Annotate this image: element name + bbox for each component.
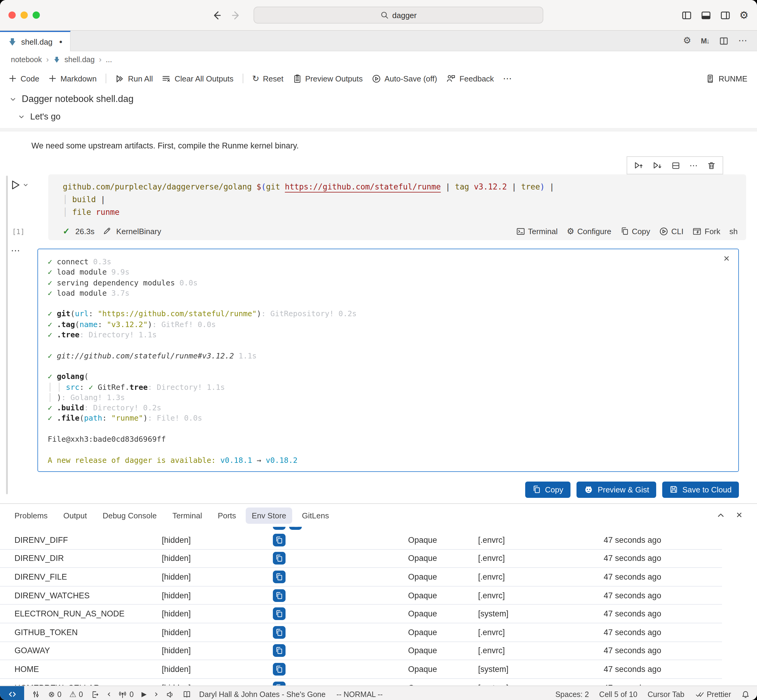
run-below-icon[interactable] [652,161,662,170]
play-icon[interactable]: ▶ [142,691,147,698]
run-cell-icon[interactable] [9,179,21,191]
speaker-icon[interactable] [166,690,174,698]
split-cell-icon[interactable] [671,161,680,170]
reveal-value-button[interactable] [273,527,286,530]
save-to-cloud-button[interactable]: Save to Cloud [663,481,739,498]
split-editor-icon[interactable] [719,36,729,45]
lyrics-book-icon[interactable] [182,690,191,699]
notebook-settings-gear-icon[interactable]: ⚙ [683,36,691,45]
remote-indicator[interactable] [0,686,24,700]
copy-value-button[interactable] [273,663,286,675]
cell-output[interactable]: ✕ ✓ connect 0.3s✓ load module 9.9s✓ serv… [38,248,739,472]
extension-status-icon[interactable] [31,690,41,699]
toggle-panel-icon[interactable] [701,10,711,20]
configure-action[interactable]: ⚙ Configure [566,227,611,236]
tab-env-store[interactable]: Env Store [246,507,292,523]
env-source: [.envrc] [478,628,505,637]
output-line: │ │ src: ✓ GitRef.tree: Directory! 1.1s [48,382,729,392]
previous-track-icon[interactable]: ‹ [107,690,111,699]
code-cell[interactable]: github.com/purpleclay/daggerverse/golang… [48,174,746,240]
close-output-icon[interactable]: ✕ [723,254,730,263]
feedback-button[interactable]: Feedback [446,73,494,83]
add-code-button[interactable]: Code [8,74,39,83]
output-console: ✓ connect 0.3s✓ load module 9.9s✓ servin… [48,256,729,465]
breadcrumb-file[interactable]: shell.dag [64,55,95,64]
env-value: [hidden] [162,572,191,581]
tab-terminal[interactable]: Terminal [172,511,202,520]
sign-out-icon[interactable] [91,690,99,698]
tab-ports[interactable]: Ports [217,511,236,520]
copy-value-button[interactable] [289,527,302,530]
copy-value-button[interactable] [273,589,286,602]
cli-action[interactable]: CLI [659,227,683,236]
maximize-panel-icon[interactable] [716,511,725,520]
broadcast-indicator[interactable]: 0 [119,690,134,698]
notebook-editor: Dagger notebook shell.dag Let's go We ne… [0,89,757,503]
tab-shell-dag[interactable]: shell.dag ● [0,31,71,51]
env-name: GOAWAY [14,646,50,655]
clear-all-outputs-button[interactable]: Clear All Outputs [162,74,234,83]
copy-value-button[interactable] [273,607,286,620]
execution-count: [1] [12,228,25,236]
bell-icon[interactable] [741,690,750,698]
run-all-button[interactable]: Run All [115,74,153,83]
terminal-action[interactable]: Terminal [516,227,557,236]
nav-forward-icon[interactable] [231,10,241,20]
more-actions-icon[interactable]: ⋯ [738,36,748,45]
fork-action[interactable]: Fork [693,227,721,236]
run-above-icon[interactable] [634,161,643,170]
copy-value-button[interactable] [273,644,286,657]
breadcrumb-notebook[interactable]: notebook [11,55,42,64]
copy-output-button[interactable]: Copy [525,481,571,498]
toggle-primary-sidebar-icon[interactable] [682,10,692,20]
add-markdown-button[interactable]: Markdown [48,74,97,83]
toolbar-more-icon[interactable]: ⋯ [503,74,512,83]
now-playing-track[interactable]: Daryl Hall & John Oates - She's Gone [199,690,326,698]
warnings-indicator[interactable]: ⚠ 0 [69,690,83,698]
layout-settings-gear-icon[interactable]: ⚙ [740,10,749,20]
copy-action[interactable]: Copy [620,227,650,236]
vim-mode-indicator[interactable]: -- NORMAL -- [336,690,383,698]
reset-button[interactable]: ↻ Reset [252,74,283,83]
prettier-indicator[interactable]: Prettier [694,690,731,698]
env-type: Opaque [408,572,437,581]
tab-output[interactable]: Output [63,511,87,520]
command-center-search[interactable]: dagger [253,7,543,23]
tab-problems[interactable]: Problems [14,511,48,520]
close-panel-icon[interactable]: ✕ [736,511,743,520]
dagger-file-icon [8,37,17,46]
tab-gitlens[interactable]: GitLens [302,511,329,520]
output-line [48,340,729,351]
copy-value-button[interactable] [273,534,286,547]
close-window-button[interactable] [8,11,16,19]
tab-debug-console[interactable]: Debug Console [103,511,156,520]
breadcrumb-more[interactable]: ... [106,55,112,64]
toggle-secondary-sidebar-icon[interactable] [720,10,730,20]
chevron-down-icon[interactable] [18,113,25,120]
run-options-chevron-icon[interactable] [23,182,28,188]
autosave-toggle[interactable]: Auto-Save (off) [372,74,437,83]
env-age: 47 seconds ago [604,536,661,545]
preview-gist-button[interactable]: Preview & Gist [577,481,657,498]
cell-name[interactable]: KernelBinary [116,227,161,236]
errors-indicator[interactable]: ⊗ 0 [48,690,62,698]
next-track-icon[interactable]: › [155,690,158,699]
copy-value-button[interactable] [273,626,286,639]
preview-outputs-button[interactable]: Preview Outputs [292,74,363,83]
indent-indicator[interactable]: Spaces: 2 [555,690,589,698]
zoom-window-button[interactable] [33,11,40,19]
output-options-icon[interactable]: ··· [11,246,20,256]
cell-more-icon[interactable]: ⋯ [690,161,698,170]
copy-value-button[interactable] [273,570,286,583]
delete-cell-icon[interactable] [707,161,716,170]
copy-value-button[interactable] [273,681,286,686]
env-source: [system] [478,683,508,686]
chevron-down-icon[interactable] [9,96,16,102]
nav-back-icon[interactable] [211,10,222,20]
cell-language[interactable]: sh [730,227,738,236]
cell-position-indicator[interactable]: Cell 5 of 10 [599,690,637,698]
markdown-preview-icon[interactable]: M↓ [701,36,709,45]
minimize-window-button[interactable] [20,11,28,19]
cursor-tab-indicator[interactable]: Cursor Tab [648,690,685,698]
copy-value-button[interactable] [273,552,286,565]
